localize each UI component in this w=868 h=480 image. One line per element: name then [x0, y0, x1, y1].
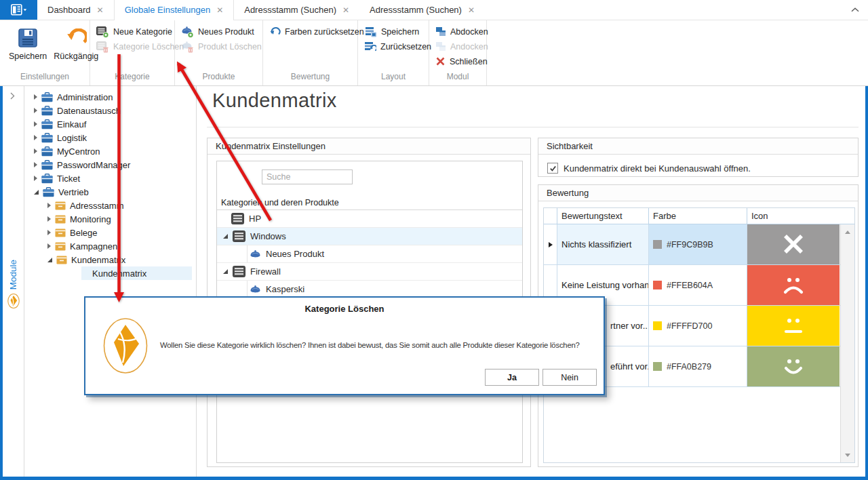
header-indicator-cell: [544, 208, 557, 224]
speichern-button[interactable]: Speichern: [6, 24, 50, 61]
scroll-down-button[interactable]: [841, 449, 854, 461]
sidebar-item-datenaustausch[interactable]: Datenaustausch: [24, 104, 196, 117]
expander-expanded-icon[interactable]: [47, 258, 52, 262]
sidebar-item-label: Kundenmatrix: [92, 268, 146, 279]
expander-collapsed-icon[interactable]: [47, 216, 51, 222]
sidebar-item-label: Belege: [70, 228, 97, 238]
module-tab-label: Module: [8, 260, 18, 289]
expander-collapsed-icon[interactable]: [47, 203, 51, 208]
expander-collapsed-icon[interactable]: [34, 176, 37, 181]
sidebar-item-monitoring[interactable]: Monitoring: [24, 212, 196, 226]
neues-produkt-button[interactable]: Neues Produkt: [181, 24, 260, 39]
rating-text-cell[interactable]: Nichts klassifiziert: [557, 224, 649, 264]
speichern-button[interactable]: Speichern: [364, 24, 426, 39]
ribbon-group-layout: SpeichernZurücksetzenLayout: [358, 20, 429, 85]
expander-expanded-icon[interactable]: [223, 269, 228, 274]
neutral-face-icon[interactable]: [747, 306, 840, 346]
column-header-farbe[interactable]: Farbe: [649, 208, 747, 224]
rating-color-cell[interactable]: #FFEB604A: [649, 265, 747, 305]
tree-item-label: Windows: [250, 231, 286, 241]
button-label: Kategorie Löschen: [113, 42, 184, 52]
sidebar-item-kundenmatrix[interactable]: Kundenmatrix: [24, 253, 196, 266]
abdocken-button[interactable]: Abdocken: [435, 24, 484, 39]
sidebar-item-belege[interactable]: Belege: [24, 226, 196, 239]
rating-row-nichts-klassifiziert[interactable]: Nichts klassifiziert#FF9C9B9B: [544, 224, 854, 265]
product-icon: [250, 285, 261, 294]
expander-collapsed-icon[interactable]: [34, 148, 37, 154]
button-label: Abdocken: [450, 27, 488, 37]
farben-zur-cksetzen-button[interactable]: Farben zurücksetzen: [269, 24, 355, 39]
expander-expanded-icon[interactable]: [223, 234, 228, 239]
button-label: Neues Produkt: [198, 27, 254, 37]
tab-adressstamm-suchen-3[interactable]: Adressstamm (Suchen)✕: [359, 0, 485, 20]
sidebar-item-kampagnen[interactable]: Kampagnen: [24, 239, 196, 253]
folder-icon: [55, 228, 66, 237]
tab-adressstamm-suchen-2[interactable]: Adressstamm (Suchen)✕: [234, 0, 359, 20]
happy-face-icon[interactable]: [747, 346, 840, 386]
briefcase-icon: [41, 92, 53, 102]
undo-icon: [65, 27, 87, 49]
tab-dashboard-0[interactable]: Dashboard✕: [37, 0, 114, 20]
search-input[interactable]: [262, 169, 353, 184]
sidebar-item-mycentron[interactable]: MyCentron: [24, 144, 196, 158]
tab-close-icon[interactable]: ✕: [342, 6, 349, 14]
category-tree-header: Kategorien und deren Produkte: [217, 197, 522, 210]
sidebar-item-ticket[interactable]: Ticket: [24, 172, 196, 185]
briefcase-icon: [41, 146, 53, 157]
no-button[interactable]: Nein: [542, 369, 597, 386]
x-face-icon[interactable]: [747, 224, 840, 264]
expander-collapsed-icon[interactable]: [47, 243, 51, 249]
window-menu-button[interactable]: [0, 0, 37, 20]
rating-color-cell[interactable]: #FFA0B279: [649, 346, 747, 386]
module-strip: Module: [3, 86, 24, 477]
tab-close-icon[interactable]: ✕: [216, 6, 223, 14]
tab-close-icon[interactable]: ✕: [468, 6, 475, 14]
expander-collapsed-icon[interactable]: [47, 230, 51, 235]
column-header-bewertungstext[interactable]: Bewertungstext: [557, 208, 649, 224]
expander-expanded-icon[interactable]: [34, 190, 39, 195]
visibility-panel: Sichtbarkeit Kundenmatrix direkt bei Kun…: [538, 138, 859, 177]
category-item-windows[interactable]: Windows: [217, 228, 522, 245]
briefcase-icon: [43, 187, 54, 197]
visibility-panel-header: Sichtbarkeit: [538, 138, 858, 155]
tree-item-label: Kasperski: [266, 284, 304, 294]
app-logo-icon: [103, 317, 148, 376]
rating-color-cell[interactable]: #FF9C9B9B: [649, 224, 747, 264]
schlie-en-button[interactable]: Schließen: [435, 54, 484, 68]
tab-globale-einstellungen-1[interactable]: Globale Einstellungen✕: [114, 0, 235, 20]
expander-collapsed-icon[interactable]: [34, 135, 37, 140]
button-label: Andocken: [450, 42, 488, 52]
expander-collapsed-icon[interactable]: [34, 94, 37, 100]
settings-panel-header: Kundenmatrix Einstellungen: [208, 138, 530, 155]
module-vertical-tab[interactable]: Module: [3, 260, 24, 308]
expander-collapsed-icon[interactable]: [34, 162, 37, 167]
category-item-hp[interactable]: HP: [217, 210, 522, 228]
sad-face-icon[interactable]: [747, 265, 840, 305]
column-header-icon[interactable]: Icon: [747, 208, 840, 224]
sidebar-item-einkauf[interactable]: Einkauf: [24, 117, 196, 131]
visibility-checkbox[interactable]: [547, 163, 558, 174]
product-item-neues-produkt[interactable]: Neues Produkt: [217, 245, 522, 263]
ribbon-group-produkte: Neues ProduktProdukt LöschenProdukte: [175, 20, 263, 85]
sidebar-collapse-icon[interactable]: [10, 92, 15, 102]
expander-collapsed-icon[interactable]: [34, 121, 37, 127]
expander-collapsed-icon[interactable]: [34, 108, 37, 113]
rating-color-cell[interactable]: #FFFFD700: [649, 306, 747, 346]
sidebar-item-kundenmatrix[interactable]: Kundenmatrix: [24, 266, 196, 280]
sidebar-item-administration[interactable]: Administration: [24, 90, 196, 104]
neue-kategorie-button[interactable]: Neue Kategorie: [96, 24, 172, 39]
ribbon-collapse-button[interactable]: [851, 7, 859, 12]
vertical-scrollbar[interactable]: [840, 224, 854, 462]
category-item-firewall[interactable]: Firewall: [217, 263, 522, 281]
ribbon-group-label: Einstellungen: [0, 72, 90, 81]
sidebar-item-adressstamm[interactable]: Adressstamm: [24, 199, 196, 212]
sidebar-item-label: Adressstamm: [70, 201, 123, 211]
sidebar-item-logistik[interactable]: Logistik: [24, 131, 196, 144]
scroll-up-button[interactable]: [841, 226, 854, 238]
sidebar-item-passwordmanager[interactable]: PasswordManager: [24, 158, 196, 172]
zur-cksetzen-button[interactable]: Zurücksetzen: [364, 39, 426, 54]
tab-close-icon[interactable]: ✕: [97, 6, 104, 14]
sidebar-item-vertrieb[interactable]: Vertrieb: [24, 185, 196, 199]
yes-button[interactable]: Ja: [485, 369, 539, 386]
button-label: Speichern: [381, 27, 419, 37]
